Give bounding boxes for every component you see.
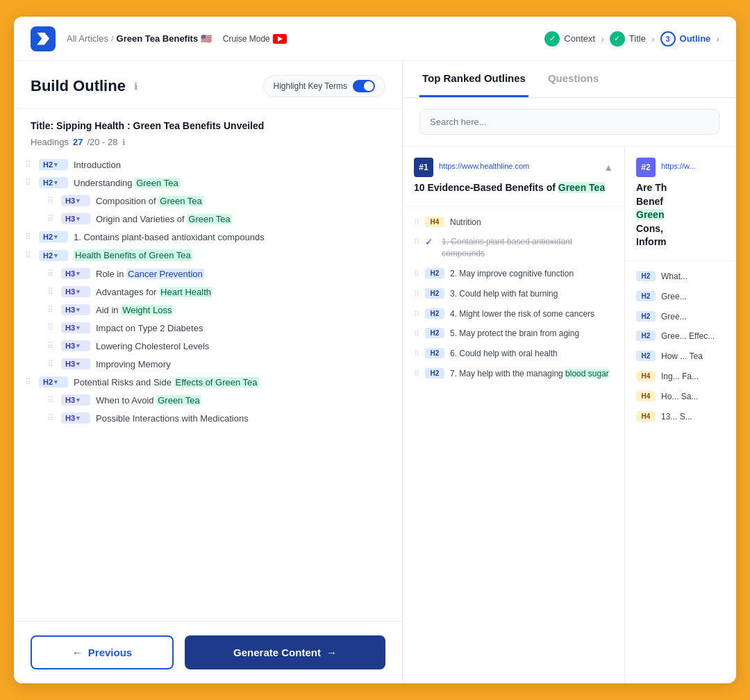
- rank-badge-2: #2: [636, 158, 656, 177]
- drag-handle[interactable]: ⠿: [25, 178, 33, 188]
- h4-badge[interactable]: H4: [425, 217, 444, 227]
- h3-badge[interactable]: H3▾: [61, 195, 90, 206]
- generate-content-button[interactable]: Generate Content →: [185, 635, 385, 669]
- search-input[interactable]: [419, 109, 719, 135]
- col-item-ho-sa: Ho... Sa...: [661, 391, 698, 403]
- right-panel: Top Ranked Outlines Questions #1 https:/…: [403, 61, 736, 683]
- left-panel: Build Outline ℹ Highlight Key Terms Titl…: [14, 61, 403, 683]
- h3-badge[interactable]: H3▾: [61, 394, 90, 406]
- h2-badge[interactable]: H2: [636, 331, 656, 341]
- h4-badge[interactable]: H4: [636, 391, 656, 401]
- drag-handle[interactable]: ⠿: [25, 232, 33, 242]
- search-bar: [403, 98, 736, 147]
- col-item-13: 13... S...: [661, 411, 692, 423]
- h2-badge[interactable]: H2: [425, 348, 444, 358]
- drag-handle[interactable]: ⠿: [414, 369, 419, 378]
- h2-badge[interactable]: H2: [636, 351, 656, 361]
- drag-handle[interactable]: ⠿: [25, 251, 33, 260]
- drag-handle[interactable]: ⠿: [414, 310, 419, 319]
- item-text-risks: Potential Risks and Side Effects of Gree…: [74, 377, 259, 388]
- drag-handle[interactable]: ⠿: [414, 349, 419, 358]
- outline-num-icon: 3: [660, 31, 676, 47]
- step-title[interactable]: ✓ Title: [610, 31, 646, 47]
- drag-handle[interactable]: ⠿: [47, 287, 56, 297]
- app-logo[interactable]: [31, 26, 56, 51]
- drag-handle[interactable]: ⠿: [47, 196, 56, 206]
- build-outline-title: Build Outline: [31, 77, 126, 95]
- col-1-url[interactable]: https://www.healthline.com: [439, 162, 529, 170]
- tab-questions[interactable]: Questions: [545, 61, 601, 97]
- drag-handle[interactable]: ⠿: [47, 341, 56, 351]
- previous-button[interactable]: ← ← Previous Previous: [31, 635, 174, 669]
- h2-badge[interactable]: H2: [636, 311, 656, 322]
- col-1-items: ⠿ H4 Nutrition ⠿ ✓ 1. Contains plant-bas…: [403, 207, 624, 683]
- drag-handle[interactable]: ⠿: [414, 329, 419, 338]
- h2-badge[interactable]: H2▾: [39, 177, 68, 188]
- drag-handle[interactable]: ⠿: [47, 323, 56, 333]
- item-text-origin: Origin and Varieties of Green Tea: [96, 214, 232, 224]
- h2-badge[interactable]: H2: [425, 268, 444, 278]
- col-item-gree-eff: Gree... Effec...: [661, 331, 715, 342]
- h2-badge[interactable]: H2: [425, 288, 444, 299]
- col-2-items: H2 What... H2 Gree... H2 Gree... H2: [625, 261, 736, 683]
- item-text-cholesterol: Lowering Cholesterol Levels: [96, 341, 209, 351]
- drag-handle[interactable]: ⠿: [47, 269, 56, 278]
- left-arrow-icon: ←: [72, 647, 83, 658]
- cruise-mode[interactable]: Cruise Mode: [223, 34, 287, 44]
- drag-handle[interactable]: ⠿: [25, 160, 33, 169]
- drag-handle[interactable]: ⠿: [414, 269, 419, 278]
- headings-info-icon[interactable]: ℹ: [122, 138, 126, 147]
- drag-handle[interactable]: ⠿: [47, 413, 56, 423]
- list-item: ⠿ H2▾ Introduction: [14, 156, 402, 174]
- step-context[interactable]: ✓ Context: [544, 31, 595, 47]
- headings-range: /20 - 28: [87, 137, 117, 147]
- drag-handle[interactable]: ⠿: [414, 218, 419, 227]
- h3-badge[interactable]: H3▾: [61, 358, 90, 369]
- breadcrumb-sep: /: [111, 33, 114, 44]
- h2-badge[interactable]: H2▾: [39, 159, 68, 170]
- h2-badge[interactable]: H2▾: [39, 231, 68, 242]
- drag-handle[interactable]: ⠿: [47, 305, 56, 315]
- info-icon[interactable]: ℹ: [134, 81, 138, 92]
- step-outline[interactable]: 3 Outline: [660, 31, 711, 47]
- h3-badge[interactable]: H3▾: [61, 268, 90, 279]
- toggle-switch[interactable]: [353, 80, 375, 92]
- drag-handle[interactable]: ⠿: [414, 290, 419, 299]
- highlight-toggle[interactable]: Highlight Key Terms: [263, 75, 386, 97]
- h2-badge[interactable]: H2▾: [39, 250, 68, 261]
- col-item-cancer: 4. Might lower the risk of some cancers: [450, 308, 594, 320]
- item-text-understanding: Understanding Green Tea: [74, 178, 180, 188]
- drag-handle[interactable]: ⠿: [414, 238, 419, 247]
- bottom-bar: ← ← Previous Previous Generate Content →: [14, 621, 402, 683]
- list-item: H2 How ... Tea: [625, 347, 736, 367]
- drag-handle[interactable]: ⠿: [25, 377, 33, 387]
- h3-badge[interactable]: H3▾: [61, 340, 90, 351]
- list-item: ⠿ H3▾ Impact on Type 2 Diabetes: [14, 319, 402, 337]
- h2-badge[interactable]: H2: [636, 291, 656, 301]
- col-2-url[interactable]: https://w...: [661, 162, 696, 170]
- h3-badge[interactable]: H3▾: [61, 213, 90, 224]
- drag-handle[interactable]: ⠿: [47, 214, 56, 224]
- tab-top-ranked-outlines[interactable]: Top Ranked Outlines: [419, 61, 528, 97]
- list-item: ⠿ H4 Nutrition: [403, 212, 624, 233]
- h3-badge[interactable]: H3▾: [61, 412, 90, 424]
- drag-handle[interactable]: ⠿: [47, 395, 56, 405]
- h3-badge[interactable]: H3▾: [61, 322, 90, 333]
- drag-handle[interactable]: ⠿: [47, 359, 56, 369]
- col-1-header: #1 https://www.healthline.com ▲ 10 Evide…: [403, 147, 624, 207]
- h3-badge[interactable]: H3▾: [61, 304, 90, 315]
- h2-badge[interactable]: H2: [425, 368, 444, 378]
- outline-column-2: #2 https://w... Are ThBenefGreenCons,Inf…: [625, 147, 736, 683]
- h3-badge[interactable]: H3▾: [61, 286, 90, 297]
- list-item: ⠿ ✓ 1. Contains plant-based antioxidant …: [403, 232, 624, 264]
- h2-badge[interactable]: H2: [636, 271, 656, 281]
- list-item: ⠿ H2 2. May improve cognitive function: [403, 264, 624, 284]
- h2-badge[interactable]: H2▾: [39, 376, 68, 388]
- h2-badge[interactable]: H2: [425, 308, 444, 319]
- col-1-chevron[interactable]: ▲: [603, 162, 613, 173]
- headings-count: 27: [73, 137, 83, 147]
- h2-badge[interactable]: H2: [425, 328, 444, 338]
- h4-badge[interactable]: H4: [636, 411, 656, 422]
- item-text-health-benefits: Health Benefits of Green Tea: [74, 249, 192, 261]
- h4-badge[interactable]: H4: [636, 371, 656, 381]
